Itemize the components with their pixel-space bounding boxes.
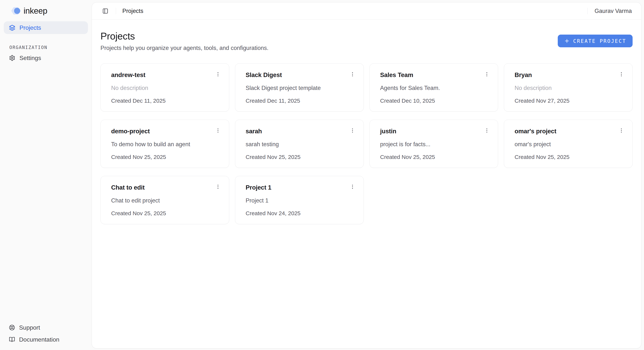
more-vertical-icon [484,71,490,77]
project-card[interactable]: demo-project To demo how to build an age… [100,120,229,168]
more-vertical-icon [350,184,355,190]
sidebar-item-label: Support [19,324,40,331]
layers-icon [9,24,15,31]
project-name: sarah [246,128,262,135]
projects-page: Projects Projects help you organize your… [92,20,641,348]
project-description: To demo how to build an agent [111,141,221,148]
project-description: project is for facts... [380,141,490,148]
topbar-divider [116,8,116,14]
project-created-date: Created Nov 25, 2025 [111,210,221,217]
project-description: omar's project [514,141,624,148]
plus-icon [564,38,570,44]
project-description: Slack Digest project template [246,85,355,91]
project-description: sarah testing [246,141,355,148]
project-description: No description [514,85,624,91]
project-card[interactable]: Slack Digest Slack Digest project templa… [235,63,364,112]
project-created-date: Created Nov 25, 2025 [111,154,221,160]
sidebar-footer: Support Documentation [4,322,88,346]
project-card[interactable]: Chat to edit Chat to edit project Create… [100,176,229,224]
sidebar-item-label: Documentation [19,336,59,343]
sidebar-nav: Projects [4,21,88,34]
sidebar-item-documentation[interactable]: Documentation [4,334,88,346]
project-menu-button[interactable] [482,127,491,134]
sidebar-toggle-button[interactable] [101,7,110,15]
project-menu-button[interactable] [348,127,357,134]
inkeep-logo[interactable]: inkeep [11,6,88,15]
project-created-date: Created Nov 25, 2025 [380,154,490,160]
sidebar-item-support[interactable]: Support [4,322,88,334]
project-created-date: Created Nov 25, 2025 [514,154,624,160]
project-menu-button[interactable] [617,71,626,78]
user-menu[interactable]: Gaurav Varma [594,6,632,16]
sidebar-item-projects[interactable]: Projects [4,21,88,34]
topbar-right: Gaurav Varma [581,6,632,16]
breadcrumb: Projects [122,8,143,14]
life-buoy-icon [9,325,15,331]
more-vertical-icon [350,71,355,77]
gear-icon [9,55,15,61]
create-project-label: CREATE PROJECT [573,38,626,44]
page-subtitle: Projects help you organize your agents, … [100,45,268,51]
main-panel: Projects Gaurav Varma Projects Projects … [92,2,642,349]
more-vertical-icon [350,128,355,133]
project-card[interactable]: omar's project omar's project Created No… [504,120,632,168]
project-created-date: Created Nov 24, 2025 [246,210,355,217]
book-open-icon [9,337,15,343]
project-description: No description [111,85,221,91]
project-description: Agents for Sales Team. [380,85,490,91]
topbar-divider [587,8,588,14]
project-created-date: Created Dec 11, 2025 [246,98,355,104]
project-card[interactable]: justin project is for facts... Created N… [370,120,498,168]
project-menu-button[interactable] [482,71,491,78]
project-menu-button[interactable] [214,127,222,134]
topbar: Projects Gaurav Varma [92,2,641,20]
sidebar-item-label: Projects [20,24,41,31]
more-vertical-icon [215,184,221,190]
project-name: Sales Team [380,71,413,78]
sidebar-item-label: Settings [20,55,41,61]
sidebar-item-settings[interactable]: Settings [4,52,88,64]
create-project-button[interactable]: CREATE PROJECT [558,34,632,47]
project-created-date: Created Nov 25, 2025 [246,154,355,160]
inkeep-logo-icon [11,6,20,15]
project-created-date: Created Dec 11, 2025 [111,98,221,104]
project-menu-button[interactable] [348,183,357,190]
panel-left-icon [102,8,108,14]
project-created-date: Created Nov 27, 2025 [514,98,624,104]
project-name: andrew-test [111,71,146,78]
more-vertical-icon [215,71,221,77]
projects-grid: andrew-test No description Created Dec 1… [100,63,632,224]
more-vertical-icon [484,128,490,133]
project-card[interactable]: Bryan No description Created Nov 27, 202… [504,63,632,112]
project-name: omar's project [514,128,556,135]
project-name: Slack Digest [246,71,282,78]
page-title: Projects [100,30,268,42]
project-card[interactable]: Sales Team Agents for Sales Team. Create… [370,63,498,112]
project-created-date: Created Dec 10, 2025 [380,98,490,104]
more-vertical-icon [618,128,624,133]
project-name: Bryan [514,71,532,78]
project-name: demo-project [111,128,150,135]
project-name: Project 1 [246,184,272,191]
project-menu-button[interactable] [214,71,222,78]
more-vertical-icon [618,71,624,77]
page-header: Projects Projects help you organize your… [100,30,632,51]
project-menu-button[interactable] [348,71,357,78]
project-menu-button[interactable] [214,183,222,190]
project-name: justin [380,128,396,135]
project-name: Chat to edit [111,184,145,191]
project-menu-button[interactable] [617,127,626,134]
project-description: Chat to edit project [111,197,221,204]
page-header-text: Projects Projects help you organize your… [100,30,268,51]
project-description: Project 1 [246,197,355,204]
sidebar: inkeep Projects ORGANIZATION Settings [0,0,92,350]
inkeep-wordmark: inkeep [24,6,47,15]
organization-section-label: ORGANIZATION [9,45,88,50]
project-card[interactable]: sarah sarah testing Created Nov 25, 2025 [235,120,364,168]
project-card[interactable]: Project 1 Project 1 Created Nov 24, 2025 [235,176,364,224]
more-vertical-icon [215,128,221,133]
project-card[interactable]: andrew-test No description Created Dec 1… [100,63,229,112]
